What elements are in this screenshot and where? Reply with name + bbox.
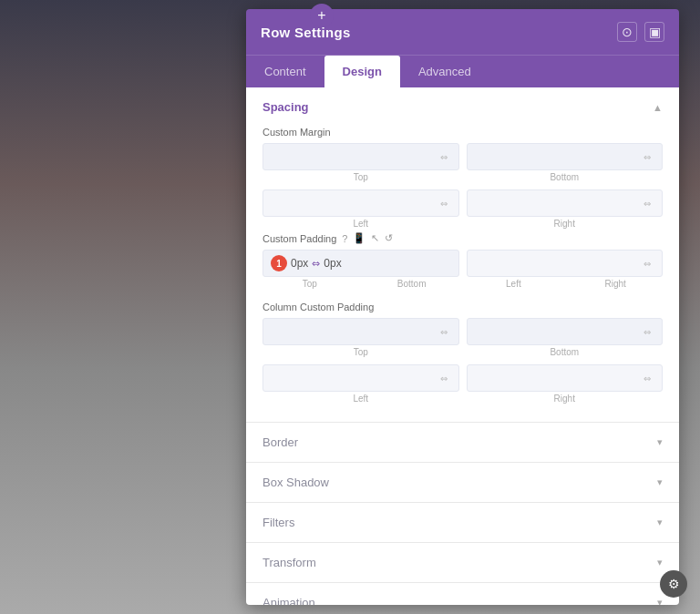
link-icon: ⇔	[643, 199, 651, 209]
help-icon[interactable]: ?	[342, 233, 347, 244]
animation-header[interactable]: Animation ▾	[246, 583, 679, 605]
cursor-icon[interactable]: ↖	[371, 232, 379, 244]
margin-top-input[interactable]: ⇔	[262, 143, 459, 170]
gear-fab-button[interactable]: ⚙	[660, 570, 687, 598]
chevron-down-icon: ▾	[657, 476, 663, 488]
padding-bottom-value: 0px	[324, 257, 341, 270]
margin-top-group: ⇔ Top	[262, 143, 459, 182]
spacing-content: Custom Margin ⇔ Top ⇔ Bottom	[246, 127, 679, 422]
padding-right-label: Right	[568, 279, 663, 289]
animation-section: Animation ▾	[246, 583, 679, 605]
filters-section: Filters ▾	[246, 503, 679, 543]
link-icon: ⇔	[440, 327, 448, 337]
chevron-down-icon: ▾	[657, 597, 663, 605]
col-padding-left-label: Left	[262, 394, 459, 404]
padding-top-group: 1 0px ⇔ 0px Top Bottom	[262, 250, 459, 289]
margin-right-input[interactable]: ⇔	[467, 189, 664, 217]
link-icon: ⇔	[643, 327, 651, 337]
chevron-down-icon: ▾	[657, 436, 663, 448]
padding-top-value: 0px	[291, 257, 308, 270]
spacing-title: Spacing	[262, 100, 309, 114]
custom-padding-grid: 1 0px ⇔ 0px Top Bottom ⇔	[262, 250, 663, 289]
col-padding-top-group: ⇔ Top	[262, 318, 459, 357]
link-icon: ⇔	[643, 259, 651, 269]
col-padding-right-input[interactable]: ⇔	[467, 364, 664, 392]
margin-top-label: Top	[262, 172, 459, 182]
col-padding-bottom-label: Bottom	[467, 347, 664, 357]
box-shadow-section: Box Shadow ▾	[246, 463, 679, 503]
col-padding-right-group: ⇔ Right	[467, 364, 664, 404]
col-padding-bottom-group: ⇔ Bottom	[467, 318, 664, 357]
margin-bottom-input[interactable]: ⇔	[467, 143, 664, 170]
column-padding-label: Column Custom Padding	[262, 302, 663, 312]
padding-left-input[interactable]: ⇔	[467, 250, 664, 277]
border-section: Border ▾	[246, 423, 679, 463]
margin-left-group: ⇔ Left	[262, 189, 459, 229]
link-icon: ⇔	[643, 374, 651, 384]
chevron-down-icon: ▾	[657, 517, 663, 528]
border-section-header[interactable]: Border ▾	[246, 423, 679, 462]
padding-right-group: ⇔ Left Right	[467, 250, 664, 289]
box-shadow-title: Box Shadow	[262, 476, 329, 489]
col-padding-bottom-input[interactable]: ⇔	[467, 318, 664, 345]
settings-icon[interactable]: ⊙	[617, 22, 637, 42]
transform-section: Transform ▾	[246, 543, 679, 583]
padding-header: Custom Padding ? 📱 ↖ ↺	[262, 232, 663, 244]
chevron-up-icon: ▲	[653, 102, 663, 113]
col-padding-top-input[interactable]: ⇔	[262, 318, 459, 345]
col-padding-top-label: Top	[262, 347, 459, 357]
transform-title: Transform	[262, 556, 316, 569]
tab-content[interactable]: Content	[246, 56, 324, 87]
transform-header[interactable]: Transform ▾	[246, 543, 679, 582]
margin-right-group: ⇔ Right	[467, 189, 664, 229]
badge-1: 1	[271, 255, 287, 271]
margin-left-label: Left	[262, 219, 459, 229]
margin-left-input[interactable]: ⇔	[262, 189, 459, 217]
border-title: Border	[262, 435, 298, 449]
mobile-icon[interactable]: 📱	[353, 232, 365, 244]
tab-advanced[interactable]: Advanced	[400, 56, 489, 87]
reset-icon[interactable]: ↺	[385, 232, 393, 244]
filters-title: Filters	[262, 516, 294, 529]
link-icon: ⇔	[440, 152, 448, 162]
col-padding-left-group: ⇔ Left	[262, 364, 459, 404]
col-padding-right-label: Right	[467, 394, 664, 404]
margin-bottom-label: Bottom	[467, 172, 664, 182]
add-element-button[interactable]: +	[310, 4, 334, 27]
spacing-section: Spacing ▲ Custom Margin ⇔ Top ⇔	[246, 87, 679, 423]
tab-design[interactable]: Design	[324, 56, 400, 87]
box-shadow-header[interactable]: Box Shadow ▾	[246, 463, 679, 502]
margin-bottom-group: ⇔ Bottom	[467, 143, 664, 182]
padding-bottom-label: Bottom	[365, 279, 459, 289]
padding-top-input[interactable]: 1 0px ⇔ 0px	[262, 250, 459, 277]
filters-header[interactable]: Filters ▾	[246, 503, 679, 542]
link-icon: ⇔	[440, 199, 448, 209]
spacing-section-header[interactable]: Spacing ▲	[246, 87, 679, 127]
custom-padding-label: Custom Padding	[262, 233, 336, 244]
panel-body: Spacing ▲ Custom Margin ⇔ Top ⇔	[246, 87, 679, 605]
panel-title: Row Settings	[261, 25, 351, 40]
panel-header-icons: ⊙ ▣	[617, 22, 664, 42]
row-settings-panel: Row Settings ⊙ ▣ Content Design Advanced…	[246, 9, 679, 605]
column-padding-grid: ⇔ Top ⇔ Bottom ⇔ Left	[262, 318, 663, 404]
margin-right-label: Right	[467, 219, 664, 229]
animation-title: Animation	[262, 596, 315, 605]
link-icon: ⇔	[643, 152, 651, 162]
padding-top-label: Top	[262, 279, 357, 289]
tabs-bar: Content Design Advanced	[246, 55, 679, 87]
link-icon: ⇔	[440, 374, 448, 384]
link-icon: ⇔	[312, 258, 320, 270]
grid-icon[interactable]: ▣	[644, 22, 664, 42]
padding-left-label: Left	[467, 279, 561, 289]
custom-margin-label: Custom Margin	[262, 127, 663, 138]
col-padding-left-input[interactable]: ⇔	[262, 364, 459, 392]
chevron-down-icon: ▾	[657, 557, 663, 568]
custom-margin-grid: ⇔ Top ⇔ Bottom ⇔ Left	[262, 143, 663, 229]
